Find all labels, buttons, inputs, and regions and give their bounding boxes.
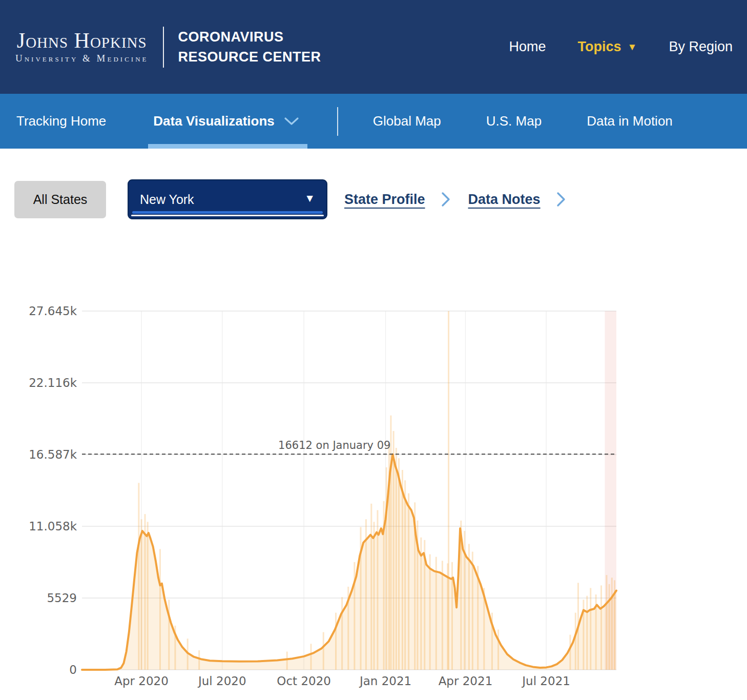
subnav-divider [337,107,338,136]
nav-home[interactable]: Home [509,39,546,55]
peak-annotation-label: 16612 on January 09 [278,439,390,451]
tracking-subnav: Tracking Home Data Visualizations Global… [0,94,747,149]
svg-text:Apr 2021: Apr 2021 [439,674,493,688]
svg-text:11.058k: 11.058k [29,520,77,533]
state-profile-link[interactable]: State Profile [344,192,425,208]
data-notes-link[interactable]: Data Notes [468,192,541,208]
nav-topics[interactable]: Topics ▼ [578,39,637,55]
subnav-datavis-label: Data Visualizations [153,113,275,129]
jhu-logo[interactable]: Johns Hopkins University & Medicine [15,30,149,64]
subnav-us-map[interactable]: U.S. Map [486,113,542,129]
svg-text:Oct 2020: Oct 2020 [277,674,331,688]
subnav-data-visualizations[interactable]: Data Visualizations [150,94,302,149]
data-notes-chevron-icon [556,191,566,208]
nav-topics-label: Topics [578,39,621,55]
filter-row: All States New York ▼ State Profile Data… [0,179,747,219]
jhu-logo-title: Johns Hopkins [15,30,149,51]
state-profile-chevron-icon [441,191,451,208]
subnav-global-map[interactable]: Global Map [373,113,441,129]
svg-text:Jul 2021: Jul 2021 [521,674,570,688]
site-header: Johns Hopkins University & Medicine CORO… [0,0,747,94]
subnav-tracking-home[interactable]: Tracking Home [16,113,106,129]
site-title: CORONAVIRUS RESOURCE CENTER [178,27,321,67]
site-title-line1: CORONAVIRUS [178,27,321,47]
y-axis-labels: 0552911.058k16.587k22.116k27.645k [29,304,77,676]
state-select-caret-icon: ▼ [304,193,315,203]
site-title-line2: RESOURCE CENTER [178,47,321,67]
state-select-value: New York [129,192,194,207]
datavis-dropdown-icon [284,117,299,126]
svg-text:Apr 2020: Apr 2020 [114,674,169,688]
cases-chart-svg[interactable]: 16612 on January 090552911.058k16.587k22… [0,297,747,700]
svg-text:Jan 2021: Jan 2021 [359,674,411,688]
svg-text:22.116k: 22.116k [29,376,77,389]
svg-text:27.645k: 27.645k [29,304,77,318]
all-states-button[interactable]: All States [14,181,106,218]
jhu-logo-subtitle: University & Medicine [15,53,149,64]
state-select[interactable]: New York ▼ [128,179,327,219]
header-divider [163,27,164,68]
main-nav: Home Topics ▼ By Region [509,39,733,55]
active-tab-underline [148,144,307,149]
subnav-data-in-motion[interactable]: Data in Motion [587,113,673,129]
cases-area [82,454,616,670]
svg-text:0: 0 [69,663,77,676]
svg-text:Jul 2020: Jul 2020 [197,674,246,688]
nav-by-region[interactable]: By Region [669,39,733,55]
state-select-shine [132,211,323,214]
topics-dropdown-icon: ▼ [628,42,637,52]
svg-text:5529: 5529 [47,591,77,605]
svg-text:16.587k: 16.587k [29,448,77,461]
new-cases-chart[interactable]: 16612 on January 090552911.058k16.587k22… [0,297,747,700]
state-select-shine-white [131,215,324,216]
x-axis-labels: Apr 2020Jul 2020Oct 2020Jan 2021Apr 2021… [114,674,570,688]
